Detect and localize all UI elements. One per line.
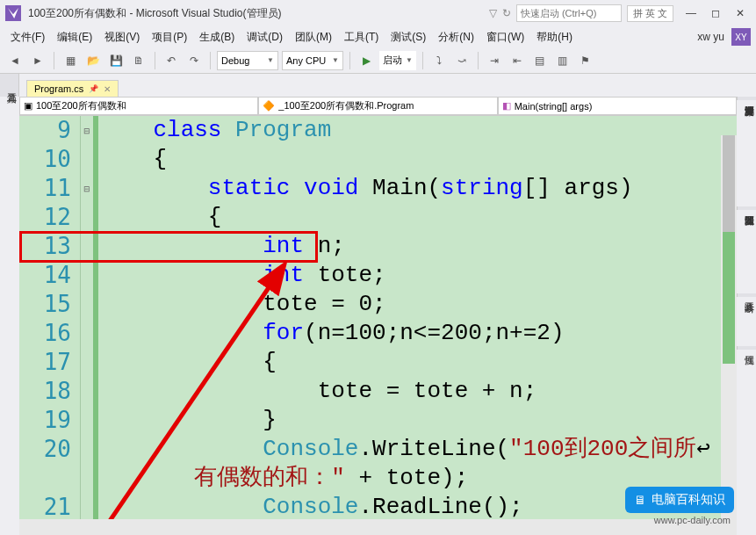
fold-marker[interactable]: ⊟	[81, 174, 93, 203]
window-title: 100至200所有偶数和 - Microsoft Visual Studio(管…	[28, 6, 282, 21]
ime-indicator[interactable]: 拼 英 文	[627, 5, 673, 22]
code-line[interactable]: {	[98, 203, 737, 232]
fold-marker[interactable]: ⊟	[81, 116, 93, 145]
start-button[interactable]: 启动▼	[379, 51, 416, 70]
code-line[interactable]: }	[98, 406, 737, 435]
quick-launch-input[interactable]	[516, 4, 622, 22]
watermark: 🖥电脑百科知识 www.pc-daily.com	[625, 487, 734, 513]
redo-button[interactable]: ↷	[184, 51, 204, 70]
tab-close-icon[interactable]: ✕	[104, 84, 111, 94]
platform-combo[interactable]: Any CPU▼	[282, 51, 343, 70]
left-toolbox-tab[interactable]: 工具箱	[0, 74, 19, 97]
line-number: 9	[19, 116, 71, 145]
save-icon[interactable]: 💾	[106, 51, 126, 70]
fold-marker[interactable]	[81, 261, 93, 290]
right-tool-tab[interactable]: 诊断工具	[737, 293, 756, 297]
menubar: 文件(F)编辑(E)视图(V)项目(P)生成(B)调试(D)团队(M)工具(T)…	[0, 26, 756, 47]
toolbar: ◄ ► ▦ 📂 💾 🗎 ↶ ↷ Debug▼ Any CPU▼ ▶ 启动▼ ⤵ …	[0, 47, 756, 74]
account-badge[interactable]: XY	[731, 28, 751, 46]
undo-button[interactable]: ↶	[162, 51, 181, 70]
code-line[interactable]: static void Main(string[] args)	[98, 174, 737, 203]
code-line[interactable]: class Program	[98, 116, 737, 145]
menu-item[interactable]: 分析(N)	[433, 28, 479, 47]
fold-marker[interactable]	[81, 319, 93, 348]
line-number: 17	[19, 348, 71, 377]
titlebar: 100至200所有偶数和 - Microsoft Visual Studio(管…	[0, 0, 756, 26]
code-line[interactable]: Console.WriteLine("100到200之间所↩	[98, 435, 737, 464]
nav-class[interactable]: 🔶_100至200所有偶数和.Program	[258, 97, 497, 115]
tab-strip: 工具箱 Program.cs 📌 ✕	[0, 74, 756, 97]
step-over-icon[interactable]: ⤻	[452, 51, 472, 70]
menu-item[interactable]: 生成(B)	[194, 28, 240, 47]
vertical-scrollbar[interactable]	[721, 135, 737, 519]
code-line[interactable]: for(n=100;n<=200;n+=2)	[98, 319, 737, 348]
work-area: ▣100至200所有偶数和 🔶_100至200所有偶数和.Program ◧Ma…	[0, 97, 756, 535]
close-button[interactable]: ✕	[730, 4, 751, 22]
line-number: 10	[19, 145, 71, 174]
right-tool-tab[interactable]: 属性	[737, 346, 756, 350]
cloud-icon[interactable]: ▽	[489, 7, 497, 19]
menu-item[interactable]: 团队(M)	[290, 28, 337, 47]
menu-item[interactable]: 文件(F)	[5, 28, 50, 47]
horizontal-scrollbar[interactable]	[19, 519, 737, 535]
pin-icon[interactable]: 📌	[89, 84, 98, 93]
menu-item[interactable]: 视图(V)	[99, 28, 145, 47]
fold-marker[interactable]	[81, 203, 93, 232]
file-tab[interactable]: Program.cs 📌 ✕	[26, 80, 119, 97]
line-number	[19, 464, 71, 493]
line-number: 20	[19, 435, 71, 464]
maximize-button[interactable]: ◻	[705, 4, 726, 22]
nav-member[interactable]: ◧Main(string[] args)	[498, 97, 737, 115]
refresh-icon[interactable]: ↻	[502, 7, 511, 19]
indent-icon[interactable]: ⇥	[485, 51, 504, 70]
fold-marker[interactable]	[81, 290, 93, 319]
config-combo[interactable]: Debug▼	[217, 51, 278, 70]
comment-icon[interactable]: ▤	[530, 51, 550, 70]
right-tool-tab[interactable]: 解决方案资源管理器	[737, 97, 756, 100]
code-line[interactable]: tote = 0;	[98, 290, 737, 319]
forward-button[interactable]: ►	[28, 51, 47, 70]
line-number: 16	[19, 319, 71, 348]
fold-marker[interactable]	[81, 348, 93, 377]
back-button[interactable]: ◄	[5, 51, 25, 70]
fold-marker[interactable]	[81, 406, 93, 435]
line-number: 14	[19, 261, 71, 290]
nav-bar: ▣100至200所有偶数和 🔶_100至200所有偶数和.Program ◧Ma…	[19, 97, 737, 116]
line-number: 19	[19, 406, 71, 435]
open-file-icon[interactable]: 📂	[83, 51, 103, 70]
line-number: 12	[19, 203, 71, 232]
fold-marker[interactable]	[81, 377, 93, 406]
code-line[interactable]: {	[98, 348, 737, 377]
line-number: 11	[19, 174, 71, 203]
nav-project[interactable]: ▣100至200所有偶数和	[19, 97, 258, 115]
fold-marker[interactable]	[81, 435, 93, 464]
menu-item[interactable]: 工具(T)	[339, 28, 384, 47]
minimize-button[interactable]: —	[680, 4, 702, 22]
code-line[interactable]: int tote;	[98, 261, 737, 290]
menu-item[interactable]: 窗口(W)	[481, 28, 529, 47]
tab-title: Program.cs	[34, 83, 83, 94]
fold-marker[interactable]	[81, 145, 93, 174]
fold-marker[interactable]	[81, 493, 93, 522]
menu-item[interactable]: 项目(P)	[147, 28, 192, 47]
outdent-icon[interactable]: ⇤	[508, 51, 527, 70]
menu-item[interactable]: 帮助(H)	[531, 28, 578, 47]
monitor-icon: 🖥	[634, 493, 646, 507]
code-line[interactable]: {	[98, 145, 737, 174]
step-into-icon[interactable]: ⤵	[429, 51, 449, 70]
fold-marker[interactable]	[81, 464, 93, 493]
save-all-icon[interactable]: 🗎	[129, 51, 148, 70]
line-number: 21	[19, 493, 71, 522]
bookmark-icon[interactable]: ⚑	[576, 51, 595, 70]
menu-item[interactable]: 测试(S)	[385, 28, 431, 47]
annotation-box	[19, 231, 318, 263]
uncomment-icon[interactable]: ▥	[553, 51, 572, 70]
menu-item[interactable]: 调试(D)	[241, 28, 288, 47]
new-project-icon[interactable]: ▦	[61, 51, 80, 70]
line-number: 18	[19, 377, 71, 406]
right-tool-tab[interactable]: 团队资源管理器	[737, 206, 756, 210]
menu-item[interactable]: 编辑(E)	[52, 28, 97, 47]
code-line[interactable]: tote = tote + n;	[98, 377, 737, 406]
account-name[interactable]: xw yu	[697, 31, 724, 43]
code-editor[interactable]: 910111213141516171819202122 ⊟⊟ class Pro…	[19, 116, 737, 535]
